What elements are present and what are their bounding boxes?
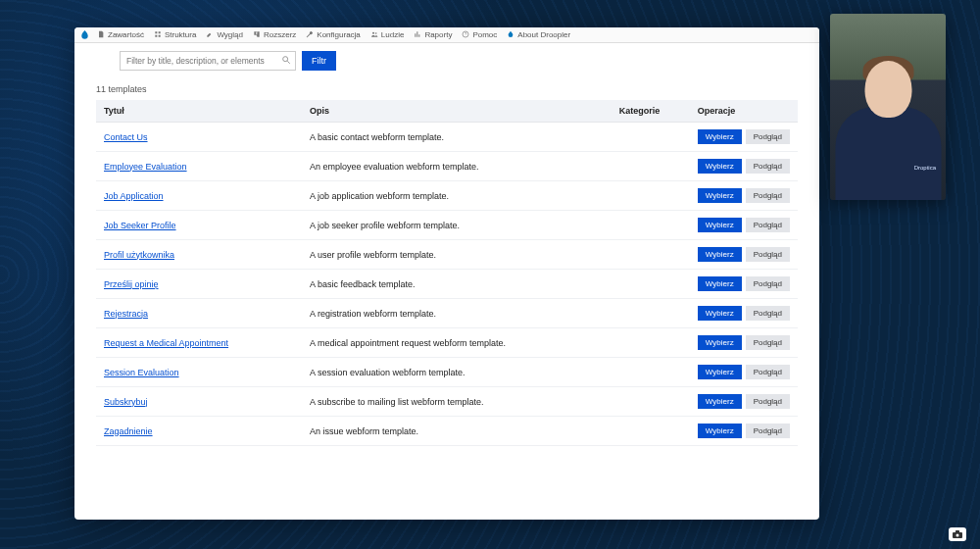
template-title-link[interactable]: Zagadnienie [104,426,153,436]
ops-cell: WybierzPodgląd [698,394,790,409]
preview-button[interactable]: Podgląd [746,394,790,409]
ops-cell: WybierzPodgląd [698,218,790,232]
preview-button[interactable]: Podgląd [746,129,790,144]
ops-cell: WybierzPodgląd [698,276,790,291]
template-title-link[interactable]: Contact Us [104,132,148,142]
svg-point-4 [283,57,288,62]
select-button[interactable]: Wybierz [698,335,742,350]
table-row: Session EvaluationA session evaluation w… [96,358,798,387]
svg-rect-7 [956,530,959,533]
template-desc: An employee evaluation webform template. [302,152,612,181]
template-cat [612,417,690,446]
select-button[interactable]: Wybierz [698,218,742,232]
template-title-link[interactable]: Job Seeker Profile [104,221,176,230]
template-desc: A job application webform template. [302,181,612,211]
select-button[interactable]: Wybierz [698,188,742,203]
table-row: Job Seeker ProfileA job seeker profile w… [96,211,798,240]
template-cat [612,240,690,270]
preview-button[interactable]: Podgląd [746,335,790,350]
preview-button[interactable]: Podgląd [746,365,790,379]
preview-button[interactable]: Podgląd [746,218,790,232]
filter-button[interactable]: Filtr [302,51,336,71]
template-desc: A user profile webform template. [302,240,612,270]
table-row: Job ApplicationA job application webform… [96,181,798,211]
toolbar-items: ZawartośćStrukturaWyglądRozszerzKonfigur… [92,30,575,40]
select-button[interactable]: Wybierz [698,129,742,144]
template-title-link[interactable]: Rejestracja [104,309,148,319]
table-row: Prześlij opinięA basic feedback template… [96,270,798,299]
table-row: RejestracjaA registration webform templa… [96,299,798,328]
chart-icon [414,30,421,40]
presenter-figure [837,53,940,200]
toolbar-label: Wygląd [217,30,243,39]
toolbar-item-rozszerz[interactable]: Rozszerz [248,30,301,40]
select-button[interactable]: Wybierz [698,365,742,379]
toolbar-item-zawartość[interactable]: Zawartość [92,30,149,40]
template-desc: A basic contact webform template. [302,123,612,152]
preview-button[interactable]: Podgląd [746,159,790,174]
presenter-head [864,61,911,118]
svg-text:?: ? [465,31,467,36]
template-desc: A job seeker profile webform template. [302,211,612,240]
template-desc: A session evaluation webform template. [302,358,612,387]
camera-icon[interactable] [949,527,966,541]
svg-point-8 [956,534,959,537]
toolbar-item-konfiguracja[interactable]: Konfiguracja [301,30,365,40]
filter-input[interactable] [120,51,296,71]
select-button[interactable]: Wybierz [698,276,742,291]
templates-table: Tytuł Opis Kategorie Operacje Contact Us… [96,100,798,446]
drupal-logo-icon[interactable] [78,29,90,41]
toolbar-item-about droopler[interactable]: About Droopler [502,30,575,40]
template-title-link[interactable]: Employee Evaluation [104,162,187,172]
select-button[interactable]: Wybierz [698,424,742,438]
template-title-link[interactable]: Job Application [104,191,164,201]
template-cat [612,123,690,152]
template-cat [612,270,690,299]
template-desc: A subscribe to mailing list webform temp… [302,387,612,417]
filter-row: Filtr [120,51,798,71]
toolbar-label: Raporty [424,30,452,39]
table-row: Profil użytkownikaA user profile webform… [96,240,798,270]
template-desc: A basic feedback template. [302,270,612,299]
toolbar-item-ludzie[interactable]: Ludzie [366,30,410,40]
template-title-link[interactable]: Request a Medical Appointment [104,338,228,348]
select-button[interactable]: Wybierz [698,247,742,262]
template-count: 11 templates [96,84,798,94]
struct-icon [154,30,162,40]
toolbar-item-wygląd[interactable]: Wygląd [201,30,248,40]
table-row: ZagadnienieAn issue webform template.Wyb… [96,417,798,446]
preview-button[interactable]: Podgląd [746,247,790,262]
template-title-link[interactable]: Subskrybuj [104,397,148,407]
ops-cell: WybierzPodgląd [698,188,790,203]
select-button[interactable]: Wybierz [698,394,742,409]
table-header-row: Tytuł Opis Kategorie Operacje [96,100,798,123]
toolbar-label: About Droopler [517,30,570,39]
ops-cell: WybierzPodgląd [698,306,790,321]
table-row: SubskrybujA subscribe to mailing list we… [96,387,798,417]
template-desc: A medical appointment request webform te… [302,328,612,358]
svg-line-5 [287,61,290,64]
template-title-link[interactable]: Session Evaluation [104,368,179,377]
presenter-body [835,107,941,200]
select-button[interactable]: Wybierz [698,159,742,174]
template-title-link[interactable]: Profil użytkownika [104,250,174,260]
toolbar-item-pomoc[interactable]: ?Pomoc [457,30,502,40]
template-desc: An issue webform template. [302,417,612,446]
preview-button[interactable]: Podgląd [746,306,790,321]
col-header-title[interactable]: Tytuł [96,100,302,123]
content-area: Filtr 11 templates Tytuł Opis Kategorie … [74,43,819,456]
template-cat [612,328,690,358]
ops-cell: WybierzPodgląd [698,247,790,262]
select-button[interactable]: Wybierz [698,306,742,321]
svg-point-1 [375,32,377,34]
preview-button[interactable]: Podgląd [746,424,790,438]
toolbar-item-raporty[interactable]: Raporty [409,30,457,40]
preview-button[interactable]: Podgląd [746,188,790,203]
preview-button[interactable]: Podgląd [746,276,790,291]
toolbar-item-struktura[interactable]: Struktura [149,30,201,40]
template-desc: A registration webform template. [302,299,612,328]
col-header-desc: Opis [302,100,612,123]
company-badge: Droptica [914,165,936,171]
webcam-overlay: Droptica [830,14,946,200]
template-title-link[interactable]: Prześlij opinię [104,279,159,289]
